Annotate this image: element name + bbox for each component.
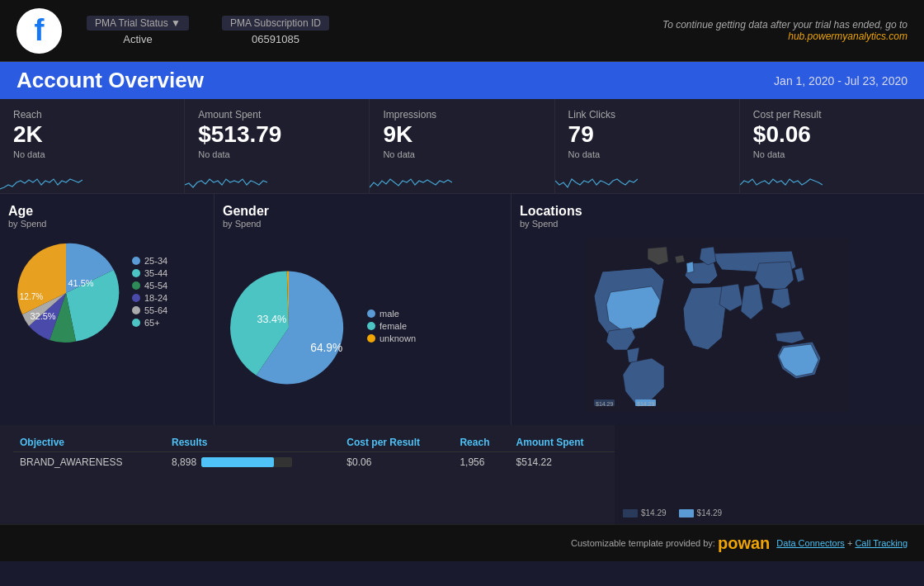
footer-template-text: Customizable template provided by: <box>571 538 715 548</box>
subscription-value: 06591085 <box>222 33 329 45</box>
age-legend: 25-34 35-44 45-54 18-24 55-64 65+ <box>132 256 167 330</box>
kpi-row: Reach 2K No data Amount Spent $513.79 No… <box>0 99 924 194</box>
kpi-label-4: Cost per Result <box>753 109 911 121</box>
kpi-nodata-3: No data <box>568 149 726 159</box>
overview-bar: Account Overview Jan 1, 2020 - Jul 23, 2… <box>0 62 924 99</box>
svg-text:41.5%: 41.5% <box>68 278 93 288</box>
locations-section: Locations by Spend <box>512 194 924 425</box>
kpi-value-2: 9K <box>383 122 540 148</box>
bottom-section: Objective Results Cost per Result Reach … <box>0 425 924 524</box>
table-area: Objective Results Cost per Result Reach … <box>0 425 615 524</box>
footer-links: Data Connectors + Call Tracking <box>776 538 908 548</box>
kpi-label-0: Reach <box>13 109 171 121</box>
kpi-card-reach: Reach 2K No data <box>0 99 185 193</box>
col-cost-per-result: Cost per Result <box>340 432 453 452</box>
kpi-nodata-4: No data <box>753 149 911 159</box>
svg-text:12.7%: 12.7% <box>20 292 43 301</box>
age-section: Age by Spend 41.5% 32.5% 12.7% <box>0 194 214 425</box>
kpi-value-3: 79 <box>568 122 726 148</box>
call-tracking-link[interactable]: Call Tracking <box>855 538 908 548</box>
cell-amount-spent: $514.22 <box>510 452 615 473</box>
age-subtitle: by Spend <box>8 219 205 229</box>
world-map: $14.29 $14.29 <box>520 235 916 415</box>
kpi-label-1: Amount Spent <box>198 109 356 121</box>
sparkline-2 <box>370 164 452 193</box>
sparkline-4 <box>740 164 823 193</box>
charts-row: Age by Spend 41.5% 32.5% 12.7% <box>0 194 924 425</box>
objectives-table: Objective Results Cost per Result Reach … <box>13 432 615 472</box>
age-pie-chart: 41.5% 32.5% 12.7% <box>8 235 124 351</box>
world-map-svg: $14.29 $14.29 <box>586 239 850 412</box>
gender-section: Gender by Spend 64.9% 33.4% male female … <box>214 194 512 425</box>
svg-text:$14.29: $14.29 <box>637 401 655 407</box>
cell-results: 8,898 <box>165 452 340 473</box>
gender-title: Gender <box>223 204 502 219</box>
kpi-card-amount-spent: Amount Spent $513.79 No data <box>185 99 370 193</box>
gender-pie-area: 64.9% 33.4% male female unknown <box>223 239 502 415</box>
age-pie-area: 41.5% 32.5% 12.7% 25-34 35-44 45-54 18-2… <box>8 235 205 351</box>
footer: Customizable template provided by: pow a… <box>0 524 924 561</box>
svg-text:33.4%: 33.4% <box>257 314 287 325</box>
footer-brand-pma: pow <box>718 534 751 553</box>
cell-reach: 1,956 <box>453 452 509 473</box>
col-objective: Objective <box>13 432 165 452</box>
subscription-id-stat: PMA Subscription ID 06591085 <box>222 16 329 45</box>
kpi-nodata-1: No data <box>198 149 356 159</box>
cell-cost-per-result: $0.06 <box>340 452 453 473</box>
col-results: Results <box>165 432 340 452</box>
table-row: BRAND_AWARENESS 8,898 $0.06 1,956 $514.2… <box>13 452 615 473</box>
svg-text:32.5%: 32.5% <box>30 311 55 321</box>
kpi-value-4: $0.06 <box>753 122 911 148</box>
kpi-nodata-2: No data <box>383 149 540 159</box>
trial-status-label[interactable]: PMA Trial Status ▼ <box>87 16 189 31</box>
locations-title: Locations <box>520 204 916 219</box>
sparkline-3 <box>555 164 638 193</box>
age-title: Age <box>8 204 205 219</box>
hub-link[interactable]: hub.powermyanalytics.com <box>788 31 908 42</box>
kpi-value-0: 2K <box>13 122 171 148</box>
kpi-label-3: Link Clicks <box>568 109 726 121</box>
kpi-value-1: $513.79 <box>198 122 356 148</box>
kpi-card-link-clicks: Link Clicks 79 No data <box>555 99 740 193</box>
gender-pie-chart: 64.9% 33.4% <box>223 262 355 394</box>
svg-text:64.9%: 64.9% <box>310 341 342 353</box>
header-notice: To continue getting data after your tria… <box>662 19 908 42</box>
sparkline-1 <box>185 164 267 193</box>
cell-objective: BRAND_AWARENESS <box>13 452 165 473</box>
gender-subtitle: by Spend <box>223 219 502 229</box>
trial-status-value: Active <box>87 33 189 45</box>
locations-subtitle: by Spend <box>520 219 916 229</box>
data-connectors-link[interactable]: Data Connectors <box>776 538 845 548</box>
col-reach: Reach <box>453 432 509 452</box>
trial-status-stat: PMA Trial Status ▼ Active <box>87 16 189 45</box>
date-range: Jan 1, 2020 - Jul 23, 2020 <box>774 74 908 87</box>
notice-text: To continue getting data after your tria… <box>662 19 908 31</box>
subscription-label: PMA Subscription ID <box>222 16 329 31</box>
footer-brand-an: an <box>751 534 770 553</box>
kpi-nodata-0: No data <box>13 149 171 159</box>
kpi-card-impressions: Impressions 9K No data <box>370 99 554 193</box>
sparkline-0 <box>0 164 82 193</box>
footer-plus: + <box>847 538 855 548</box>
header-stats: PMA Trial Status ▼ Active PMA Subscripti… <box>87 16 329 45</box>
header: f PMA Trial Status ▼ Active PMA Subscrip… <box>0 0 924 62</box>
kpi-card-cost-per-result: Cost per Result $0.06 No data <box>740 99 924 193</box>
table-header-row: Objective Results Cost per Result Reach … <box>13 432 615 452</box>
gender-legend: male female unknown <box>367 309 416 346</box>
svg-text:$14.29: $14.29 <box>596 401 614 407</box>
page-title: Account Overview <box>16 68 204 93</box>
col-amount-spent: Amount Spent <box>510 432 615 452</box>
kpi-label-2: Impressions <box>383 109 540 121</box>
facebook-logo: f <box>16 8 62 54</box>
